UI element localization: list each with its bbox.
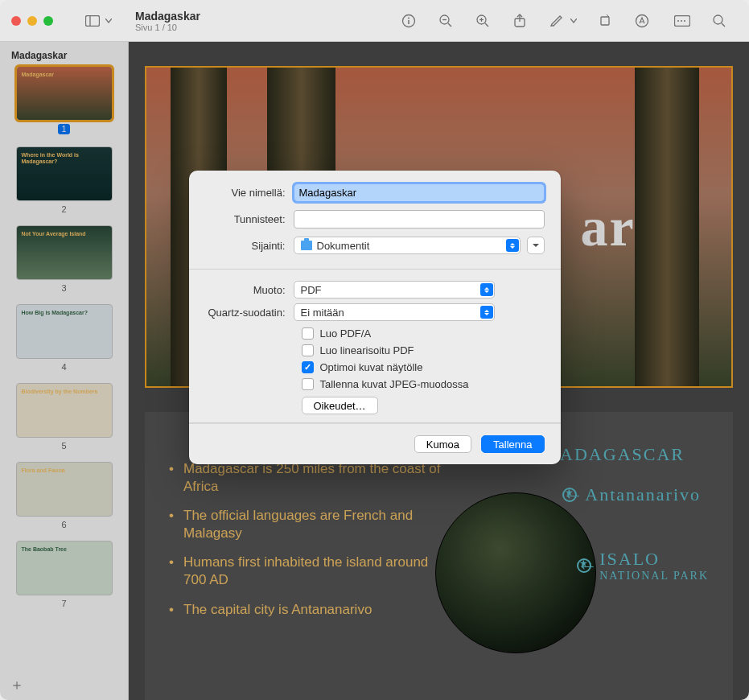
jpeg-label: Tallenna kuvat JPEG-muodossa [320, 378, 469, 390]
sidebar-title: Madagaskar [8, 50, 120, 61]
close-window[interactable] [11, 16, 21, 26]
format-label: Muoto: [205, 284, 294, 296]
thumb-label: How Big is Madagascar? [22, 310, 88, 316]
share-icon[interactable] [509, 10, 530, 31]
location-value: Dokumentit [317, 240, 370, 252]
svg-point-19 [684, 20, 685, 22]
optimize-label: Optimoi kuvat näytölle [320, 361, 423, 373]
thumbnail[interactable]: Not Your Average Island3 [8, 225, 120, 293]
bullet-item: Madagascar is 250 miles from the coast o… [169, 460, 443, 496]
titlebar: Madagaskar Sivu 1 / 10 [0, 0, 749, 42]
bullet-item: Humans first inhabited the island around… [169, 554, 443, 589]
thumbnail[interactable]: Flora and Fauna6 [8, 462, 120, 529]
svg-line-6 [448, 23, 451, 27]
tags-label: Tunnisteet: [205, 213, 294, 225]
thumb-label: Madagascar [22, 72, 54, 78]
permissions-button[interactable]: Oikeudet… [302, 397, 378, 414]
zoom-window[interactable] [43, 16, 53, 26]
checkbox-icon[interactable] [302, 344, 314, 356]
svg-point-18 [681, 20, 682, 22]
thumb-number: 3 [8, 283, 120, 293]
bullet-item: The capital city is Antananarivo [169, 601, 443, 619]
document-title: Madagaskar [135, 10, 390, 23]
export-filename-input[interactable] [294, 183, 545, 202]
linear-label: Luo linearisoitu PDF [320, 344, 414, 356]
slide-1-title: ar [580, 196, 635, 259]
thumbnail[interactable]: Biodiversity by the Numbers5 [8, 383, 120, 451]
cancel-button[interactable]: Kumoa [414, 435, 471, 453]
arrow-icon: ← [562, 483, 583, 508]
folder-icon [301, 241, 312, 250]
filter-label: Quartz-suodatin: [205, 307, 294, 319]
tags-input[interactable] [294, 210, 545, 229]
thumb-number: 5 [8, 441, 120, 451]
export-as-label: Vie nimellä: [205, 187, 294, 199]
sidebar-dropdown-icon[interactable] [103, 10, 114, 31]
svg-line-21 [722, 23, 725, 27]
location-popup[interactable]: Dokumentit [294, 237, 521, 254]
thumbnail[interactable]: How Big is Madagascar?4 [8, 304, 120, 372]
checkbox-icon[interactable] [302, 327, 314, 340]
add-page-button[interactable]: ＋ [8, 676, 26, 694]
thumbnail[interactable]: Where in the World is Madagascar?2 [8, 146, 120, 214]
thumb-number: 4 [8, 362, 120, 372]
svg-line-9 [485, 23, 488, 27]
chevron-updown-icon [480, 306, 493, 319]
globe-graphic [435, 492, 596, 653]
hand-title: MADAGASCAR [543, 444, 685, 465]
expand-location-button[interactable] [527, 237, 545, 254]
thumb-number: 1 [58, 124, 71, 134]
zoom-in-icon[interactable] [472, 10, 493, 31]
highlight-dropdown-icon[interactable] [569, 10, 578, 31]
format-popup[interactable]: PDF [294, 281, 495, 299]
bullet-item: The official languages are French and Ma… [169, 507, 443, 542]
thumb-number: 7 [8, 599, 120, 608]
hand-park-1: ISALO [599, 549, 709, 570]
sidebar-toggle-icon[interactable] [82, 10, 103, 31]
thumb-label: The Baobab Tree [22, 546, 67, 553]
zoom-out-icon[interactable] [435, 10, 456, 31]
svg-point-17 [677, 20, 679, 22]
linear-checkbox-row[interactable]: Luo linearisoitu PDF [302, 344, 545, 356]
document-title-group: Madagaskar Sivu 1 / 10 [135, 10, 390, 32]
info-icon[interactable] [398, 10, 419, 31]
thumb-label: Biodiversity by the Numbers [22, 389, 98, 395]
filter-value: Ei mitään [301, 307, 344, 319]
hand-city: Antananarivo [585, 484, 701, 505]
format-value: PDF [301, 284, 322, 296]
thumbnail[interactable]: The Baobab Tree7 [8, 541, 120, 608]
rotate-icon[interactable] [595, 10, 615, 31]
checkbox-icon[interactable] [302, 378, 314, 390]
markup-icon[interactable] [632, 10, 652, 31]
optimize-checkbox-row[interactable]: Optimoi kuvat näytölle [302, 361, 545, 373]
chevron-updown-icon [506, 239, 519, 252]
highlight-icon[interactable] [546, 10, 567, 31]
bullet-list: Madagascar is 250 miles from the coast o… [169, 460, 443, 619]
form-icon[interactable] [672, 10, 693, 31]
thumb-number: 2 [8, 204, 120, 214]
hand-park-2: NATIONAL PARK [599, 570, 709, 583]
save-button[interactable]: Tallenna [481, 435, 544, 453]
pdfa-label: Luo PDF/A [320, 327, 372, 340]
thumb-number: 6 [8, 520, 120, 529]
thumbnail-sidebar: Madagaskar Madagascar1Where in the World… [0, 42, 129, 700]
svg-rect-14 [601, 17, 609, 25]
svg-rect-0 [86, 15, 100, 26]
thumb-label: Flora and Fauna [22, 467, 65, 474]
svg-point-3 [408, 17, 409, 19]
checkbox-icon[interactable] [302, 361, 314, 373]
export-sheet: Vie nimellä: Tunnisteet: Sijainti: Dokum… [189, 171, 561, 464]
jpeg-checkbox-row[interactable]: Tallenna kuvat JPEG-muodossa [302, 378, 545, 390]
thumb-label: Not Your Average Island [22, 231, 86, 237]
minimize-window[interactable] [27, 16, 37, 26]
svg-point-20 [714, 15, 722, 24]
thumb-label: Where in the World is Madagascar? [22, 152, 112, 164]
arrow-icon: ← [577, 554, 598, 579]
chevron-updown-icon [480, 283, 493, 296]
location-label: Sijainti: [205, 240, 294, 252]
pdfa-checkbox-row[interactable]: Luo PDF/A [302, 327, 545, 340]
quartz-filter-popup[interactable]: Ei mitään [294, 303, 495, 321]
thumbnail[interactable]: Madagascar1 [8, 66, 120, 135]
search-icon[interactable] [709, 10, 730, 31]
window-controls [11, 16, 53, 26]
